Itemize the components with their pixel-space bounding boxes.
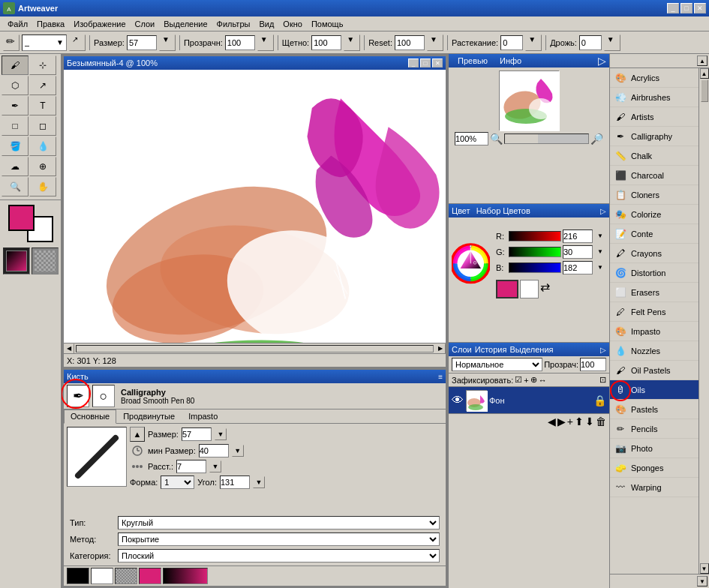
canvas-scrollbar-h[interactable]: ◀ ▶ <box>64 343 446 353</box>
zoom-input[interactable] <box>455 132 488 146</box>
brush-category-item-crayons[interactable]: 🖍Crayons <box>610 244 698 263</box>
brush-list-down-btn[interactable]: ▼ <box>697 576 707 586</box>
scroll-left[interactable]: ◀ <box>64 344 74 354</box>
menu-image[interactable]: Изображение <box>69 18 130 30</box>
new-color-swatch[interactable] <box>520 280 539 298</box>
brush-category-item-oils[interactable]: 🛢Oils <box>610 380 698 400</box>
brush-category-item-sponges[interactable]: 🧽Sponges <box>610 458 698 478</box>
layer-move-up-icon[interactable]: ⬆ <box>575 416 584 428</box>
brush-category-item-cloners[interactable]: 📋Cloners <box>610 185 698 205</box>
lock-all-icon[interactable]: ☑ <box>515 375 522 385</box>
pattern-swatch[interactable] <box>32 248 59 274</box>
layer-scroll-right[interactable]: ▶ <box>557 416 566 428</box>
size-input[interactable] <box>127 35 157 50</box>
tool-arrow[interactable]: ↗ <box>29 76 56 95</box>
brush-type-btn-2[interactable]: ○ <box>92 385 115 407</box>
b-slider[interactable] <box>509 262 561 273</box>
rasterize-input[interactable] <box>500 35 523 50</box>
gradient-swatch[interactable] <box>3 248 30 274</box>
lock-pos-icon[interactable]: ⊕ <box>530 375 537 385</box>
tool-lasso[interactable]: ⬡ <box>2 76 29 95</box>
brush-category-item-distortion[interactable]: 🌀Distortion <box>610 263 698 283</box>
angle-dropdown-btn[interactable]: ▼ <box>253 476 265 488</box>
foreground-color-swatch[interactable] <box>8 205 35 231</box>
tool-zoom[interactable]: 🔍 <box>2 177 29 196</box>
brush-category-item-erasers[interactable]: ⬜Erasers <box>610 283 698 302</box>
brush-category-item-pastels[interactable]: 🎨Pastels <box>610 400 698 419</box>
scroll-thumb[interactable] <box>701 80 708 102</box>
gradient-btn[interactable] <box>163 568 208 584</box>
color-options-icon[interactable]: ▷ <box>600 207 606 215</box>
brush-list-up-btn[interactable]: ▲ <box>697 56 707 66</box>
tab-color-set[interactable]: Набор Цветов <box>476 206 530 215</box>
canvas-close[interactable]: ✕ <box>432 58 443 68</box>
brush-icon-btn[interactable]: ✒ <box>67 385 89 407</box>
menu-file[interactable]: Файл <box>3 18 32 30</box>
g-slider[interactable] <box>509 247 561 257</box>
bristle-input[interactable] <box>311 35 341 50</box>
opacity-input[interactable] <box>225 35 255 50</box>
scroll-up-btn[interactable]: ▲ <box>700 68 709 79</box>
brush-category-item-acrylics[interactable]: 🎨Acrylics <box>610 68 698 88</box>
close-button[interactable]: ✕ <box>694 3 706 14</box>
menu-edit[interactable]: Правка <box>32 18 69 30</box>
toolbar-brush-select[interactable]: ⎯▼ <box>22 34 67 51</box>
color-swap-icon[interactable]: ⇄ <box>540 280 550 298</box>
blend-mode-select[interactable]: Нормальное <box>452 358 542 371</box>
brush-category-item-nozzles[interactable]: 💧Nozzles <box>610 341 698 361</box>
tab-color[interactable]: Цвет <box>452 206 470 215</box>
reset-dropdown[interactable]: ▼ <box>427 34 443 51</box>
tab-advanced[interactable]: Продвинутые <box>116 410 182 423</box>
tool-fill[interactable]: 🪣 <box>2 136 29 156</box>
reset-input[interactable] <box>395 35 425 50</box>
brush-category-item-charcoal[interactable]: ⬛Charcoal <box>610 166 698 185</box>
scroll-down-btn[interactable]: ▼ <box>700 563 709 574</box>
opacity-dropdown[interactable]: ▼ <box>257 34 274 51</box>
r-dropdown[interactable]: ▼ <box>594 230 606 242</box>
brush-category-item-conte[interactable]: 📝Conte <box>610 224 698 244</box>
canvas-maximize[interactable]: □ <box>420 58 431 68</box>
tool-shape[interactable]: ◻ <box>29 116 56 136</box>
tool-pan[interactable]: ✋ <box>29 177 56 196</box>
toolbar-pen-icon[interactable]: ✏ <box>3 34 20 51</box>
layer-move-down-icon[interactable]: ⬇ <box>585 416 594 428</box>
tab-selections[interactable]: Выделения <box>509 345 553 354</box>
menu-filters[interactable]: Фильтры <box>212 18 255 30</box>
brush-category-item-impasto[interactable]: 🎨Impasto <box>610 322 698 341</box>
tool-rect[interactable]: □ <box>2 116 29 136</box>
menu-view[interactable]: Вид <box>254 18 278 30</box>
category-select[interactable]: Плоский <box>118 549 440 562</box>
brush-category-item-artists[interactable]: 🖌Artists <box>610 107 698 127</box>
canvas-minimize[interactable]: _ <box>408 58 419 68</box>
layer-row-bg[interactable]: 👁 Фон 🔒 <box>449 387 609 413</box>
scroll-right[interactable]: ▶ <box>435 344 446 354</box>
layer-add-icon[interactable]: + <box>567 416 573 428</box>
method-select[interactable]: Покрытие <box>118 532 440 546</box>
color-black-btn[interactable] <box>67 568 89 584</box>
tool-clone[interactable]: ⊕ <box>29 157 56 176</box>
layer-delete-icon[interactable]: 🗑 <box>596 416 606 428</box>
r-slider[interactable] <box>509 231 561 242</box>
jitter-dropdown[interactable]: ▼ <box>604 34 620 51</box>
tool-smudge[interactable]: ☁ <box>2 157 29 176</box>
minimize-button[interactable]: _ <box>667 3 679 14</box>
layer-scroll-left[interactable]: ◀ <box>548 416 556 428</box>
menu-window[interactable]: Окно <box>278 18 307 30</box>
size-shape-indicator[interactable]: ▲ <box>130 427 145 442</box>
color-current-btn[interactable] <box>139 568 161 584</box>
lock-move-icon[interactable]: ↔ <box>539 376 547 385</box>
size-dropdown[interactable]: ▼ <box>159 34 176 51</box>
canvas-content[interactable] <box>64 70 446 343</box>
zoom-out-icon[interactable]: 🔎 <box>590 133 603 145</box>
g-dropdown[interactable]: ▼ <box>594 246 606 258</box>
type-select[interactable]: Круглый <box>118 516 440 530</box>
minsize-dropdown-btn[interactable]: ▼ <box>232 445 244 457</box>
menu-help[interactable]: Помощь <box>307 18 348 30</box>
layer-opacity-input[interactable] <box>580 358 606 371</box>
r-input[interactable] <box>563 230 593 243</box>
brush-category-item-oil-pastels[interactable]: 🖌Oil Pastels <box>610 361 698 380</box>
brush-category-item-colorize[interactable]: 🎭Colorize <box>610 205 698 224</box>
pattern-btn[interactable] <box>115 568 137 584</box>
brush-category-item-pencils[interactable]: ✏Pencils <box>610 419 698 439</box>
zoom-fit-icon[interactable]: 🔍 <box>490 133 503 145</box>
